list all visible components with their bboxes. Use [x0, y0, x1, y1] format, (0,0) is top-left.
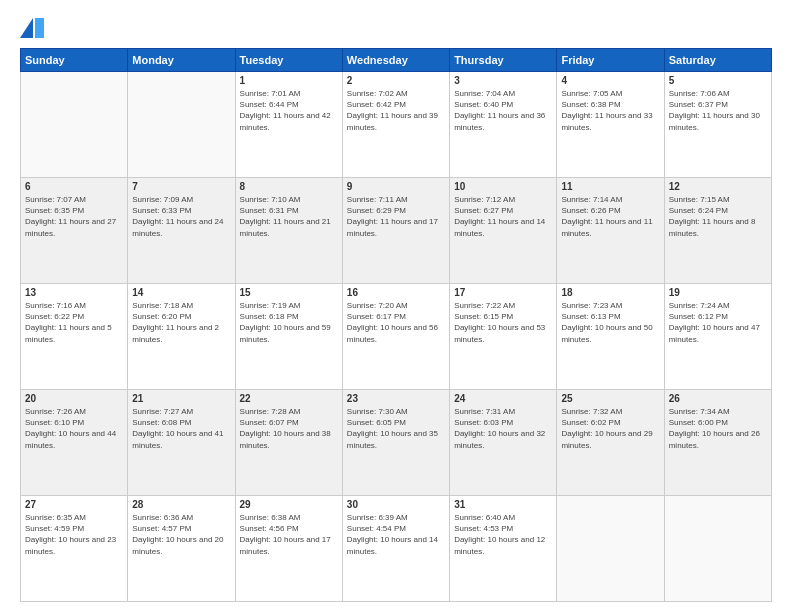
calendar-cell: 6Sunrise: 7:07 AM Sunset: 6:35 PM Daylig…: [21, 178, 128, 284]
calendar-cell: 16Sunrise: 7:20 AM Sunset: 6:17 PM Dayli…: [342, 284, 449, 390]
calendar-cell: 13Sunrise: 7:16 AM Sunset: 6:22 PM Dayli…: [21, 284, 128, 390]
day-info: Sunrise: 7:27 AM Sunset: 6:08 PM Dayligh…: [132, 406, 230, 451]
calendar-cell: 15Sunrise: 7:19 AM Sunset: 6:18 PM Dayli…: [235, 284, 342, 390]
day-number: 24: [454, 393, 552, 404]
day-info: Sunrise: 7:32 AM Sunset: 6:02 PM Dayligh…: [561, 406, 659, 451]
day-number: 11: [561, 181, 659, 192]
day-info: Sunrise: 7:22 AM Sunset: 6:15 PM Dayligh…: [454, 300, 552, 345]
calendar-cell: 4Sunrise: 7:05 AM Sunset: 6:38 PM Daylig…: [557, 72, 664, 178]
col-header-friday: Friday: [557, 49, 664, 72]
day-number: 15: [240, 287, 338, 298]
day-number: 3: [454, 75, 552, 86]
calendar-cell: 3Sunrise: 7:04 AM Sunset: 6:40 PM Daylig…: [450, 72, 557, 178]
calendar-cell: 28Sunrise: 6:36 AM Sunset: 4:57 PM Dayli…: [128, 496, 235, 602]
calendar-cell: 8Sunrise: 7:10 AM Sunset: 6:31 PM Daylig…: [235, 178, 342, 284]
day-info: Sunrise: 7:34 AM Sunset: 6:00 PM Dayligh…: [669, 406, 767, 451]
calendar-table: SundayMondayTuesdayWednesdayThursdayFrid…: [20, 48, 772, 602]
calendar-cell: [21, 72, 128, 178]
day-number: 1: [240, 75, 338, 86]
day-number: 9: [347, 181, 445, 192]
calendar-cell: 9Sunrise: 7:11 AM Sunset: 6:29 PM Daylig…: [342, 178, 449, 284]
day-number: 31: [454, 499, 552, 510]
calendar-cell: [128, 72, 235, 178]
day-number: 8: [240, 181, 338, 192]
day-number: 27: [25, 499, 123, 510]
day-info: Sunrise: 7:05 AM Sunset: 6:38 PM Dayligh…: [561, 88, 659, 133]
day-info: Sunrise: 7:23 AM Sunset: 6:13 PM Dayligh…: [561, 300, 659, 345]
calendar-cell: 27Sunrise: 6:35 AM Sunset: 4:59 PM Dayli…: [21, 496, 128, 602]
col-header-thursday: Thursday: [450, 49, 557, 72]
day-number: 12: [669, 181, 767, 192]
day-info: Sunrise: 7:02 AM Sunset: 6:42 PM Dayligh…: [347, 88, 445, 133]
day-info: Sunrise: 7:30 AM Sunset: 6:05 PM Dayligh…: [347, 406, 445, 451]
day-number: 2: [347, 75, 445, 86]
day-number: 13: [25, 287, 123, 298]
col-header-monday: Monday: [128, 49, 235, 72]
day-number: 30: [347, 499, 445, 510]
calendar-cell: 25Sunrise: 7:32 AM Sunset: 6:02 PM Dayli…: [557, 390, 664, 496]
calendar-cell: 24Sunrise: 7:31 AM Sunset: 6:03 PM Dayli…: [450, 390, 557, 496]
day-info: Sunrise: 6:36 AM Sunset: 4:57 PM Dayligh…: [132, 512, 230, 557]
calendar-cell: 30Sunrise: 6:39 AM Sunset: 4:54 PM Dayli…: [342, 496, 449, 602]
day-number: 25: [561, 393, 659, 404]
day-number: 4: [561, 75, 659, 86]
day-info: Sunrise: 7:31 AM Sunset: 6:03 PM Dayligh…: [454, 406, 552, 451]
day-info: Sunrise: 7:18 AM Sunset: 6:20 PM Dayligh…: [132, 300, 230, 345]
day-info: Sunrise: 7:28 AM Sunset: 6:07 PM Dayligh…: [240, 406, 338, 451]
day-info: Sunrise: 7:16 AM Sunset: 6:22 PM Dayligh…: [25, 300, 123, 345]
calendar-cell: 14Sunrise: 7:18 AM Sunset: 6:20 PM Dayli…: [128, 284, 235, 390]
day-number: 23: [347, 393, 445, 404]
calendar-cell: 29Sunrise: 6:38 AM Sunset: 4:56 PM Dayli…: [235, 496, 342, 602]
day-number: 21: [132, 393, 230, 404]
calendar-cell: 21Sunrise: 7:27 AM Sunset: 6:08 PM Dayli…: [128, 390, 235, 496]
day-info: Sunrise: 7:11 AM Sunset: 6:29 PM Dayligh…: [347, 194, 445, 239]
calendar-cell: [664, 496, 771, 602]
calendar-cell: 31Sunrise: 6:40 AM Sunset: 4:53 PM Dayli…: [450, 496, 557, 602]
day-info: Sunrise: 7:26 AM Sunset: 6:10 PM Dayligh…: [25, 406, 123, 451]
col-header-sunday: Sunday: [21, 49, 128, 72]
day-number: 17: [454, 287, 552, 298]
calendar-cell: 1Sunrise: 7:01 AM Sunset: 6:44 PM Daylig…: [235, 72, 342, 178]
calendar-cell: 17Sunrise: 7:22 AM Sunset: 6:15 PM Dayli…: [450, 284, 557, 390]
day-number: 6: [25, 181, 123, 192]
day-number: 14: [132, 287, 230, 298]
day-number: 18: [561, 287, 659, 298]
day-info: Sunrise: 7:10 AM Sunset: 6:31 PM Dayligh…: [240, 194, 338, 239]
calendar-cell: 10Sunrise: 7:12 AM Sunset: 6:27 PM Dayli…: [450, 178, 557, 284]
logo: [20, 18, 54, 38]
calendar-cell: 7Sunrise: 7:09 AM Sunset: 6:33 PM Daylig…: [128, 178, 235, 284]
day-info: Sunrise: 6:35 AM Sunset: 4:59 PM Dayligh…: [25, 512, 123, 557]
day-info: Sunrise: 7:19 AM Sunset: 6:18 PM Dayligh…: [240, 300, 338, 345]
day-number: 22: [240, 393, 338, 404]
day-info: Sunrise: 6:38 AM Sunset: 4:56 PM Dayligh…: [240, 512, 338, 557]
day-number: 26: [669, 393, 767, 404]
day-info: Sunrise: 6:40 AM Sunset: 4:53 PM Dayligh…: [454, 512, 552, 557]
calendar-cell: 22Sunrise: 7:28 AM Sunset: 6:07 PM Dayli…: [235, 390, 342, 496]
calendar-cell: 19Sunrise: 7:24 AM Sunset: 6:12 PM Dayli…: [664, 284, 771, 390]
day-info: Sunrise: 7:01 AM Sunset: 6:44 PM Dayligh…: [240, 88, 338, 133]
calendar-cell: 20Sunrise: 7:26 AM Sunset: 6:10 PM Dayli…: [21, 390, 128, 496]
calendar-cell: 11Sunrise: 7:14 AM Sunset: 6:26 PM Dayli…: [557, 178, 664, 284]
calendar-cell: 12Sunrise: 7:15 AM Sunset: 6:24 PM Dayli…: [664, 178, 771, 284]
day-info: Sunrise: 7:20 AM Sunset: 6:17 PM Dayligh…: [347, 300, 445, 345]
day-info: Sunrise: 7:15 AM Sunset: 6:24 PM Dayligh…: [669, 194, 767, 239]
page: SundayMondayTuesdayWednesdayThursdayFrid…: [0, 0, 792, 612]
calendar-cell: 26Sunrise: 7:34 AM Sunset: 6:00 PM Dayli…: [664, 390, 771, 496]
day-number: 5: [669, 75, 767, 86]
calendar-cell: 23Sunrise: 7:30 AM Sunset: 6:05 PM Dayli…: [342, 390, 449, 496]
col-header-wednesday: Wednesday: [342, 49, 449, 72]
day-number: 20: [25, 393, 123, 404]
calendar-cell: 5Sunrise: 7:06 AM Sunset: 6:37 PM Daylig…: [664, 72, 771, 178]
day-info: Sunrise: 7:09 AM Sunset: 6:33 PM Dayligh…: [132, 194, 230, 239]
day-info: Sunrise: 7:06 AM Sunset: 6:37 PM Dayligh…: [669, 88, 767, 133]
header: [20, 18, 772, 38]
col-header-saturday: Saturday: [664, 49, 771, 72]
logo-icon: [20, 18, 50, 38]
calendar-cell: [557, 496, 664, 602]
day-info: Sunrise: 7:14 AM Sunset: 6:26 PM Dayligh…: [561, 194, 659, 239]
day-info: Sunrise: 7:07 AM Sunset: 6:35 PM Dayligh…: [25, 194, 123, 239]
day-number: 10: [454, 181, 552, 192]
calendar-cell: 18Sunrise: 7:23 AM Sunset: 6:13 PM Dayli…: [557, 284, 664, 390]
day-info: Sunrise: 6:39 AM Sunset: 4:54 PM Dayligh…: [347, 512, 445, 557]
day-info: Sunrise: 7:12 AM Sunset: 6:27 PM Dayligh…: [454, 194, 552, 239]
